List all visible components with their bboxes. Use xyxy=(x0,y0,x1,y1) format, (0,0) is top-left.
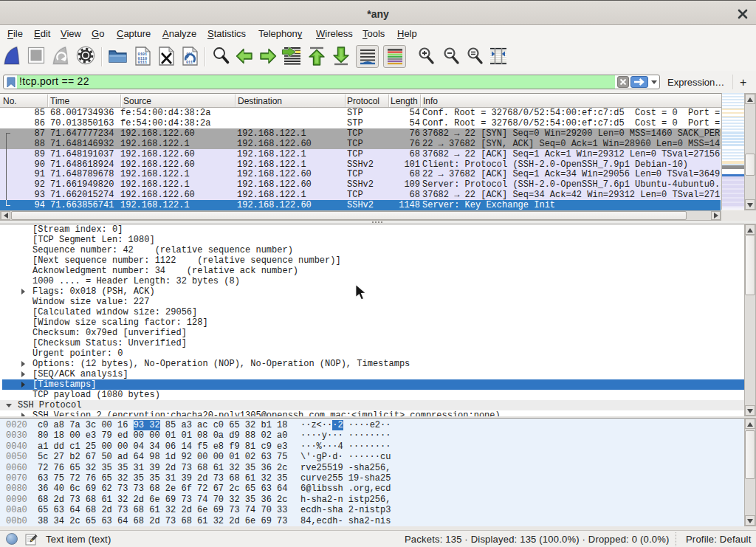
svg-text:0111: 0111 xyxy=(137,61,147,65)
svg-text:011: 011 xyxy=(186,61,193,65)
